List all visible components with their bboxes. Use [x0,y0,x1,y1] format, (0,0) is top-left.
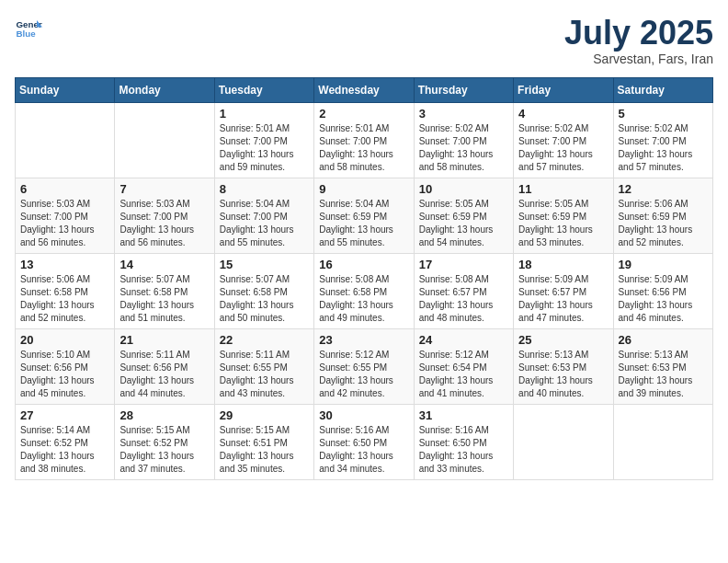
day-number: 29 [220,408,309,422]
day-info: Sunrise: 5:14 AM Sunset: 6:52 PM Dayligh… [20,424,109,476]
day-info: Sunrise: 5:16 AM Sunset: 6:50 PM Dayligh… [319,424,408,476]
title-block: July 2025 Sarvestan, Fars, Iran [564,15,713,66]
day-info: Sunrise: 5:01 AM Sunset: 7:00 PM Dayligh… [220,122,309,174]
week-row-2: 6Sunrise: 5:03 AM Sunset: 7:00 PM Daylig… [16,178,713,253]
calendar-cell: 30Sunrise: 5:16 AM Sunset: 6:50 PM Dayli… [314,404,414,479]
day-number: 1 [220,107,309,121]
day-number: 16 [319,258,408,271]
day-number: 19 [619,258,708,271]
calendar-cell: 16Sunrise: 5:08 AM Sunset: 6:58 PM Dayli… [314,253,414,328]
day-number: 13 [20,258,109,271]
calendar-cell: 2Sunrise: 5:01 AM Sunset: 7:00 PM Daylig… [314,102,414,178]
day-number: 27 [20,408,109,422]
week-row-5: 27Sunrise: 5:14 AM Sunset: 6:52 PM Dayli… [16,404,713,479]
day-number: 8 [220,182,309,196]
day-info: Sunrise: 5:08 AM Sunset: 6:58 PM Dayligh… [319,273,408,325]
week-row-3: 13Sunrise: 5:06 AM Sunset: 6:58 PM Dayli… [16,253,713,328]
calendar-cell: 9Sunrise: 5:04 AM Sunset: 6:59 PM Daylig… [314,178,414,253]
weekday-header-row: SundayMondayTuesdayWednesdayThursdayFrid… [16,77,713,102]
svg-text:Blue: Blue [17,29,37,39]
weekday-header-monday: Monday [115,77,214,102]
day-number: 6 [20,182,109,196]
day-info: Sunrise: 5:09 AM Sunset: 6:56 PM Dayligh… [619,273,708,325]
week-row-4: 20Sunrise: 5:10 AM Sunset: 6:56 PM Dayli… [16,328,713,404]
day-number: 5 [619,107,708,121]
day-info: Sunrise: 5:03 AM Sunset: 7:00 PM Dayligh… [119,198,209,249]
day-info: Sunrise: 5:15 AM Sunset: 6:51 PM Dayligh… [220,424,309,476]
calendar-cell: 12Sunrise: 5:06 AM Sunset: 6:59 PM Dayli… [613,178,712,253]
calendar-cell: 24Sunrise: 5:12 AM Sunset: 6:54 PM Dayli… [414,328,513,404]
day-number: 15 [220,258,309,271]
weekday-header-wednesday: Wednesday [314,77,414,102]
day-number: 31 [419,408,508,422]
calendar-cell: 31Sunrise: 5:16 AM Sunset: 6:50 PM Dayli… [414,404,513,479]
calendar-cell: 29Sunrise: 5:15 AM Sunset: 6:51 PM Dayli… [214,404,313,479]
weekday-header-friday: Friday [514,77,613,102]
day-info: Sunrise: 5:04 AM Sunset: 7:00 PM Dayligh… [220,198,309,249]
logo-icon: General Blue [15,15,42,42]
day-info: Sunrise: 5:07 AM Sunset: 6:58 PM Dayligh… [119,273,209,325]
day-number: 14 [119,258,209,271]
calendar-cell: 4Sunrise: 5:02 AM Sunset: 7:00 PM Daylig… [514,102,613,178]
day-number: 18 [518,258,608,271]
day-number: 2 [319,107,408,121]
day-info: Sunrise: 5:13 AM Sunset: 6:53 PM Dayligh… [518,349,608,400]
day-info: Sunrise: 5:16 AM Sunset: 6:50 PM Dayligh… [419,424,508,476]
day-info: Sunrise: 5:04 AM Sunset: 6:59 PM Dayligh… [319,198,408,249]
location-subtitle: Sarvestan, Fars, Iran [564,52,713,66]
day-number: 12 [619,182,708,196]
calendar-cell: 8Sunrise: 5:04 AM Sunset: 7:00 PM Daylig… [214,178,313,253]
calendar-table: SundayMondayTuesdayWednesdayThursdayFrid… [15,77,713,480]
day-number: 22 [220,333,309,347]
day-info: Sunrise: 5:06 AM Sunset: 6:58 PM Dayligh… [20,273,109,325]
day-info: Sunrise: 5:09 AM Sunset: 6:57 PM Dayligh… [518,273,608,325]
calendar-cell: 25Sunrise: 5:13 AM Sunset: 6:53 PM Dayli… [514,328,613,404]
calendar-cell: 22Sunrise: 5:11 AM Sunset: 6:55 PM Dayli… [214,328,313,404]
day-number: 23 [319,333,408,347]
month-year-title: July 2025 [564,15,713,52]
calendar-cell: 13Sunrise: 5:06 AM Sunset: 6:58 PM Dayli… [16,253,115,328]
calendar-cell: 20Sunrise: 5:10 AM Sunset: 6:56 PM Dayli… [16,328,115,404]
weekday-header-thursday: Thursday [414,77,513,102]
calendar-cell: 23Sunrise: 5:12 AM Sunset: 6:55 PM Dayli… [314,328,414,404]
day-info: Sunrise: 5:02 AM Sunset: 7:00 PM Dayligh… [419,122,508,174]
weekday-header-tuesday: Tuesday [214,77,313,102]
calendar-cell: 11Sunrise: 5:05 AM Sunset: 6:59 PM Dayli… [514,178,613,253]
day-number: 21 [119,333,209,347]
day-info: Sunrise: 5:02 AM Sunset: 7:00 PM Dayligh… [518,122,608,174]
day-number: 7 [119,182,209,196]
day-number: 3 [419,107,508,121]
page-header: General Blue July 2025 Sarvestan, Fars, … [15,15,713,66]
day-info: Sunrise: 5:01 AM Sunset: 7:00 PM Dayligh… [319,122,408,174]
day-number: 26 [619,333,708,347]
day-info: Sunrise: 5:11 AM Sunset: 6:56 PM Dayligh… [119,349,209,400]
calendar-cell: 15Sunrise: 5:07 AM Sunset: 6:58 PM Dayli… [214,253,313,328]
calendar-cell: 17Sunrise: 5:08 AM Sunset: 6:57 PM Dayli… [414,253,513,328]
calendar-cell: 10Sunrise: 5:05 AM Sunset: 6:59 PM Dayli… [414,178,513,253]
day-info: Sunrise: 5:11 AM Sunset: 6:55 PM Dayligh… [220,349,309,400]
day-number: 30 [319,408,408,422]
day-info: Sunrise: 5:13 AM Sunset: 6:53 PM Dayligh… [619,349,708,400]
day-info: Sunrise: 5:12 AM Sunset: 6:55 PM Dayligh… [319,349,408,400]
calendar-cell: 18Sunrise: 5:09 AM Sunset: 6:57 PM Dayli… [514,253,613,328]
calendar-cell [115,102,214,178]
day-number: 24 [419,333,508,347]
day-info: Sunrise: 5:05 AM Sunset: 6:59 PM Dayligh… [518,198,608,249]
calendar-cell: 19Sunrise: 5:09 AM Sunset: 6:56 PM Dayli… [613,253,712,328]
day-info: Sunrise: 5:07 AM Sunset: 6:58 PM Dayligh… [220,273,309,325]
day-info: Sunrise: 5:15 AM Sunset: 6:52 PM Dayligh… [119,424,209,476]
calendar-cell: 5Sunrise: 5:02 AM Sunset: 7:00 PM Daylig… [613,102,712,178]
calendar-cell [613,404,712,479]
day-info: Sunrise: 5:12 AM Sunset: 6:54 PM Dayligh… [419,349,508,400]
weekday-header-saturday: Saturday [613,77,712,102]
calendar-cell: 7Sunrise: 5:03 AM Sunset: 7:00 PM Daylig… [115,178,214,253]
day-info: Sunrise: 5:10 AM Sunset: 6:56 PM Dayligh… [20,349,109,400]
calendar-cell [514,404,613,479]
week-row-1: 1Sunrise: 5:01 AM Sunset: 7:00 PM Daylig… [16,102,713,178]
day-number: 28 [119,408,209,422]
day-info: Sunrise: 5:08 AM Sunset: 6:57 PM Dayligh… [419,273,508,325]
day-number: 25 [518,333,608,347]
day-number: 9 [319,182,408,196]
day-number: 17 [419,258,508,271]
calendar-cell: 3Sunrise: 5:02 AM Sunset: 7:00 PM Daylig… [414,102,513,178]
